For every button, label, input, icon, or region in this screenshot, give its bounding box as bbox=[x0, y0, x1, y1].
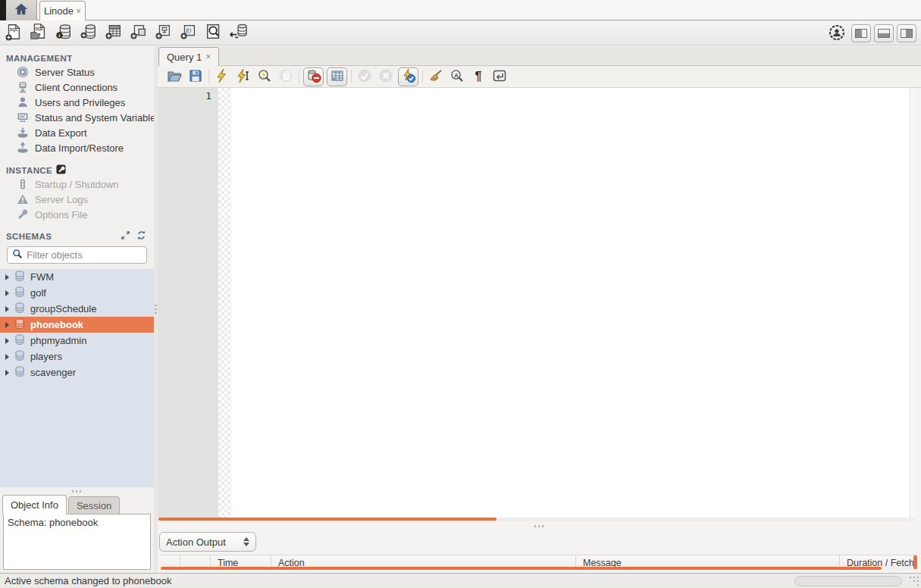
explain-button[interactable] bbox=[254, 67, 275, 86]
sidebar-item-status-system-variables[interactable]: Status and System Variables bbox=[0, 110, 154, 125]
toggle-left-panel-button[interactable] bbox=[851, 24, 871, 42]
stop-on-error-button[interactable] bbox=[303, 67, 324, 86]
wrap-text-button[interactable] bbox=[489, 67, 510, 86]
create-procedure-button[interactable] bbox=[152, 23, 175, 44]
schema-filter-box bbox=[7, 246, 147, 264]
create-table-button[interactable] bbox=[102, 23, 125, 44]
sidebar-item-server-logs[interactable]: Server Logs bbox=[0, 192, 154, 207]
schema-row-phonebook[interactable]: phonebook bbox=[0, 317, 154, 333]
tab-object-info[interactable]: Object Info bbox=[2, 495, 67, 514]
execute-button[interactable] bbox=[211, 67, 233, 86]
create-schema-button[interactable] bbox=[77, 23, 100, 44]
wrap-text-icon bbox=[492, 68, 507, 86]
traffic-light-icon bbox=[17, 178, 29, 190]
output-panel: Action Output Time Action Message Durati… bbox=[158, 530, 921, 573]
save-button[interactable] bbox=[185, 67, 206, 86]
expander-icon[interactable] bbox=[5, 306, 9, 312]
autocommit-button[interactable] bbox=[398, 67, 418, 86]
save-icon bbox=[188, 68, 203, 86]
schema-icon bbox=[14, 318, 25, 332]
procedure-plus-icon bbox=[155, 23, 173, 43]
editor-text-area[interactable] bbox=[231, 88, 915, 518]
expander-icon[interactable] bbox=[5, 274, 9, 280]
sidebar: MANAGEMENT Server Status Client Connecti… bbox=[0, 46, 154, 573]
sidebar-item-users-privileges[interactable]: Users and Privileges bbox=[0, 95, 154, 110]
schema-icon bbox=[14, 271, 25, 284]
instance-section-header: INSTANCE bbox=[0, 164, 154, 177]
expander-icon[interactable] bbox=[5, 322, 9, 328]
schema-row-fwm[interactable]: FWM bbox=[0, 269, 154, 285]
schema-icon bbox=[14, 350, 25, 364]
home-tab[interactable] bbox=[6, 0, 37, 20]
find-button[interactable]: A bbox=[446, 67, 468, 86]
connection-tab-linode[interactable]: Linode × bbox=[39, 1, 86, 20]
new-sql-tab-button[interactable]: SQL bbox=[2, 23, 25, 44]
find-icon: A bbox=[450, 68, 465, 86]
schema-filter-input[interactable] bbox=[27, 249, 140, 261]
schema-row-players[interactable]: players bbox=[0, 349, 154, 364]
stop-on-error-icon bbox=[306, 68, 321, 86]
reconnect-database-button[interactable] bbox=[227, 23, 250, 44]
progress-bar bbox=[794, 576, 902, 586]
stop-icon bbox=[278, 68, 293, 86]
sidebar-item-data-export[interactable]: Data Export bbox=[0, 125, 154, 140]
output-type-value: Action Output bbox=[166, 536, 226, 548]
scrollbar-thumb[interactable] bbox=[158, 518, 497, 521]
status-message: Active schema changed to phonebook bbox=[5, 575, 171, 586]
user-gear-button[interactable] bbox=[825, 23, 848, 44]
expander-icon[interactable] bbox=[5, 354, 9, 360]
search-data-button[interactable] bbox=[202, 23, 225, 44]
schema-row-scavenger[interactable]: scavenger bbox=[0, 364, 154, 380]
resize-grip-icon[interactable] bbox=[909, 576, 919, 586]
execute-current-button[interactable] bbox=[233, 67, 254, 86]
output-hscroll-thumb[interactable] bbox=[161, 567, 882, 570]
create-function-button[interactable]: f() bbox=[177, 23, 200, 44]
rollback-button[interactable] bbox=[375, 67, 396, 86]
sidebar-horizontal-splitter[interactable] bbox=[0, 487, 154, 495]
user-icon bbox=[17, 96, 29, 108]
schema-icon bbox=[14, 286, 25, 300]
main-toolbar: SQL SQL i f() bbox=[0, 21, 921, 45]
expander-icon[interactable] bbox=[5, 370, 9, 376]
create-view-button[interactable] bbox=[127, 23, 150, 44]
toggle-right-panel-button[interactable] bbox=[897, 24, 916, 42]
play-circle-icon bbox=[17, 66, 29, 78]
output-vscroll-thumb[interactable] bbox=[913, 555, 917, 569]
limit-rows-button[interactable] bbox=[327, 67, 347, 86]
editor-vertical-scrollbar[interactable] bbox=[910, 88, 915, 518]
toggle-bottom-panel-button[interactable] bbox=[874, 24, 894, 42]
sidebar-item-server-status[interactable]: Server Status bbox=[0, 64, 154, 80]
close-query-tab-icon[interactable]: × bbox=[205, 52, 211, 62]
sidebar-item-client-connections[interactable]: Client Connections bbox=[0, 80, 154, 95]
output-panel-splitter[interactable] bbox=[158, 521, 921, 530]
open-file-button[interactable] bbox=[164, 67, 185, 86]
sidebar-item-data-import[interactable]: Data Import/Restore bbox=[0, 140, 154, 155]
expander-icon[interactable] bbox=[5, 338, 9, 344]
sidebar-item-options-file[interactable]: Options File bbox=[0, 207, 154, 222]
invisible-chars-button[interactable]: ¶ bbox=[468, 67, 489, 86]
tab-session[interactable]: Session bbox=[68, 496, 120, 514]
editor-toolbar: A ¶ bbox=[158, 66, 921, 88]
output-type-select[interactable]: Action Output bbox=[159, 532, 256, 552]
expand-arrows-icon[interactable] bbox=[121, 230, 130, 242]
stop-button[interactable] bbox=[275, 67, 296, 86]
invisible-chars-icon: ¶ bbox=[475, 70, 482, 83]
tab-query-1[interactable]: Query 1 × bbox=[158, 47, 219, 66]
sidebar-item-startup-shutdown[interactable]: Startup / Shutdown bbox=[0, 177, 154, 192]
open-sql-script-button[interactable]: SQL bbox=[27, 23, 50, 44]
schema-row-groupschedule[interactable]: groupSchedule bbox=[0, 301, 154, 317]
management-section-header: MANAGEMENT bbox=[0, 52, 154, 64]
beautify-button[interactable] bbox=[425, 67, 446, 86]
schema-icon bbox=[14, 302, 25, 316]
expander-icon[interactable] bbox=[5, 290, 9, 296]
close-tab-icon[interactable]: × bbox=[76, 6, 81, 17]
schema-row-golf[interactable]: golf bbox=[0, 285, 154, 301]
inspect-database-button[interactable]: i bbox=[52, 23, 75, 44]
table-plus-icon bbox=[105, 23, 123, 43]
sql-editor[interactable]: 1 bbox=[158, 88, 915, 518]
schema-row-phpmyadmin[interactable]: phpmyadmin bbox=[0, 333, 154, 349]
spinner-icon[interactable] bbox=[243, 537, 249, 546]
refresh-icon[interactable] bbox=[136, 230, 146, 242]
database-info-icon: i bbox=[55, 23, 73, 43]
commit-button[interactable] bbox=[354, 67, 375, 86]
